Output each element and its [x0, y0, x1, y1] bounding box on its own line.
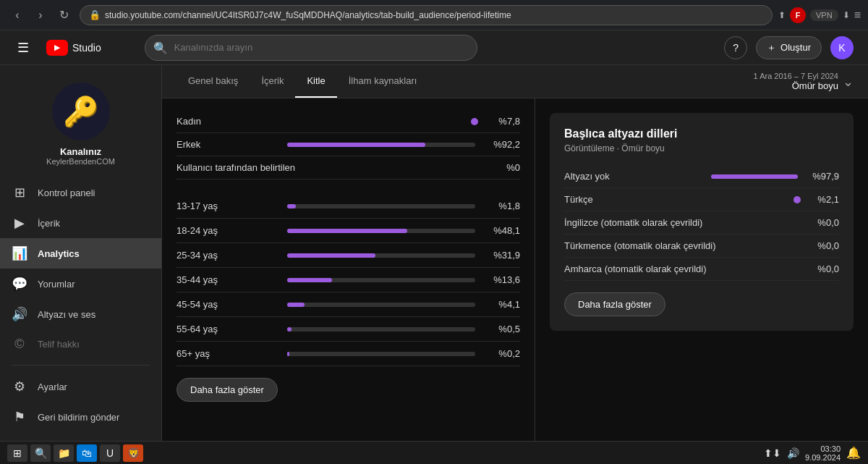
- age-label: 45-54 yaş: [176, 299, 278, 310]
- top-bar: ☰ ▶ Studio 🔍 ? ＋ Oluştur K: [0, 30, 868, 65]
- top-bar-actions: ? ＋ Oluştur K: [724, 36, 854, 59]
- share-icon[interactable]: ⬆: [778, 10, 786, 20]
- age-bar: [287, 229, 475, 233]
- age-row: 35-44 yaş%13,6: [176, 268, 520, 292]
- back-button[interactable]: ‹: [7, 5, 27, 25]
- age-bar: [287, 278, 475, 282]
- app4-button[interactable]: U: [100, 444, 120, 462]
- age-label: 55-64 yaş: [176, 324, 278, 334]
- gender-bar: [287, 143, 475, 147]
- copyright-icon: ©: [12, 337, 27, 352]
- sidebar-item-copyright[interactable]: © Telif hakkı: [0, 329, 161, 359]
- sidebar-item-comments[interactable]: 💬 Yorumlar: [0, 269, 161, 299]
- studio-label: Studio: [72, 42, 101, 54]
- age-pct: %13,6: [484, 274, 520, 285]
- search-input[interactable]: [145, 35, 477, 61]
- sidebar-label-dashboard: Kontrol paneli: [38, 187, 95, 198]
- menu-icon[interactable]: ≡: [854, 9, 861, 22]
- age-row: 65+ yaş%0,2: [176, 342, 520, 366]
- download-icon[interactable]: ⬇: [843, 10, 850, 20]
- subtitle-lang-label: Amharca (otomatik olarak çevrildi): [564, 263, 792, 274]
- address-bar[interactable]: 🔒 studio.youtube.com/channel/UC4ItSR0J7c…: [80, 5, 773, 25]
- sidebar-item-analytics[interactable]: 📊 Analytics: [0, 238, 161, 269]
- age-row: 55-64 yaş%0,5: [176, 317, 520, 342]
- gender-pct: %0: [484, 162, 520, 173]
- search-icon: 🔍: [153, 41, 168, 54]
- age-pct: %1,8: [484, 201, 520, 211]
- age-row: 18-24 yaş%48,1: [176, 219, 520, 243]
- age-bar-small: [287, 352, 475, 356]
- sidebar-label-copyright: Telif hakkı: [38, 339, 80, 350]
- subtitle-bar: [711, 174, 798, 179]
- sidebar-item-content[interactable]: ▶ İçerik: [0, 208, 161, 238]
- tab-icerik[interactable]: İçerik: [250, 65, 295, 98]
- gender-row: Kullanıcı tarafından belirtilen%0: [176, 156, 520, 180]
- age-pct: %0,2: [484, 348, 520, 359]
- age-label: 25-34 yaş: [176, 250, 278, 261]
- file-explorer-button[interactable]: 📁: [54, 444, 74, 462]
- channel-username: KeylerBendenCOM: [46, 157, 115, 166]
- show-more-button[interactable]: Daha fazla göster: [176, 378, 278, 402]
- search-taskbar-button[interactable]: 🔍: [30, 444, 51, 462]
- show-more-subtitle-button[interactable]: Daha fazla göster: [564, 292, 665, 316]
- browser-actions: ⬆ F VPN ⬇ ≡: [778, 7, 861, 23]
- help-button[interactable]: ?: [724, 36, 747, 59]
- age-bar-small: [287, 204, 475, 208]
- brave-button[interactable]: 🦁: [123, 444, 143, 462]
- age-pct: %0,5: [484, 324, 520, 334]
- subtitles-icon: 🔊: [12, 306, 27, 322]
- right-panel: Başlıca altyazı dilleri Görüntüleme · Öm…: [535, 98, 868, 441]
- channel-info: 🔑 Kanalınız KeylerBendenCOM: [0, 74, 161, 177]
- sidebar-label-analytics: Analytics: [38, 248, 80, 259]
- time-display: 03:30: [805, 444, 841, 453]
- hamburger-button[interactable]: ☰: [14, 37, 32, 59]
- extension-icon[interactable]: F: [790, 7, 806, 23]
- gender-row: Kadın%7,8: [176, 110, 520, 133]
- sidebar-item-feedback[interactable]: ⚑ Geri bildirim gönder: [0, 402, 161, 432]
- url-text: studio.youtube.com/channel/UC4ItSR0J7c4W…: [105, 10, 763, 20]
- date-period: 1 Ara 2016 – 7 Eyl 2024: [754, 72, 838, 80]
- store-button[interactable]: 🛍: [77, 444, 97, 462]
- subtitle-rows: Altyazı yok%97,9Türkçe%2,1İngilizce (oto…: [564, 165, 839, 281]
- taskbar-time: 03:30 9.09.2024: [805, 444, 841, 462]
- forward-button[interactable]: ›: [30, 5, 51, 25]
- subtitle-card-title: Başlıca altyazı dilleri: [564, 127, 839, 140]
- age-pct: %31,9: [484, 250, 520, 261]
- subtitle-dot: [793, 196, 801, 203]
- age-row: 25-34 yaş%31,9: [176, 243, 520, 268]
- comments-icon: 💬: [12, 276, 27, 292]
- gender-label: Kullanıcı tarafından belirtilen: [176, 162, 469, 173]
- feedback-icon: ⚑: [12, 409, 27, 425]
- browser-chrome: ‹ › ↻ 🔒 studio.youtube.com/channel/UC4It…: [0, 0, 868, 30]
- sidebar: 🔑 Kanalınız KeylerBendenCOM ⊞ Kontrol pa…: [0, 65, 162, 441]
- network-icon: ⬆⬇: [764, 447, 781, 459]
- gender-pct: %92,2: [484, 139, 520, 150]
- date-display: 9.09.2024: [805, 453, 841, 462]
- user-avatar[interactable]: K: [830, 36, 854, 59]
- sidebar-label-comments: Yorumlar: [38, 279, 75, 290]
- tab-genel[interactable]: Genel bakış: [176, 65, 250, 98]
- age-pct: %4,1: [484, 299, 520, 310]
- subtitle-lang-label: Türkçe: [564, 194, 793, 205]
- refresh-button[interactable]: ↻: [54, 5, 74, 25]
- expand-date-button[interactable]: ⌄: [843, 74, 854, 90]
- sidebar-divider: [12, 365, 150, 366]
- notification-icon[interactable]: 🔔: [846, 446, 861, 460]
- channel-avatar[interactable]: 🔑: [52, 83, 110, 140]
- tab-kitle[interactable]: Kitle: [295, 65, 336, 98]
- subtitle-lang-label: Türkmence (otomatik olarak çevrildi): [564, 240, 792, 251]
- tabs-bar: Genel bakış İçerik Kitle İlham kaynaklar…: [162, 65, 868, 98]
- sidebar-item-settings[interactable]: ⚙ Ayarlar: [0, 371, 161, 402]
- age-label: 13-17 yaş: [176, 201, 278, 211]
- subtitle-row: İngilizce (otomatik olarak çevrildi)%0,0: [564, 211, 839, 235]
- youtube-logo: ▶: [46, 40, 68, 56]
- sidebar-item-subtitles[interactable]: 🔊 Altyazı ve ses: [0, 299, 161, 329]
- search-wrapper: 🔍: [145, 35, 477, 61]
- sidebar-item-dashboard[interactable]: ⊞ Kontrol paneli: [0, 177, 161, 208]
- create-button[interactable]: ＋ Oluştur: [756, 36, 822, 59]
- tab-ilham[interactable]: İlham kaynakları: [337, 65, 429, 98]
- age-bar-small: [287, 327, 475, 332]
- taskbar-right: ⬆⬇ 🔊 03:30 9.09.2024 🔔: [764, 444, 861, 462]
- start-button[interactable]: ⊞: [7, 444, 27, 462]
- subtitle-pct: %0,0: [807, 263, 839, 274]
